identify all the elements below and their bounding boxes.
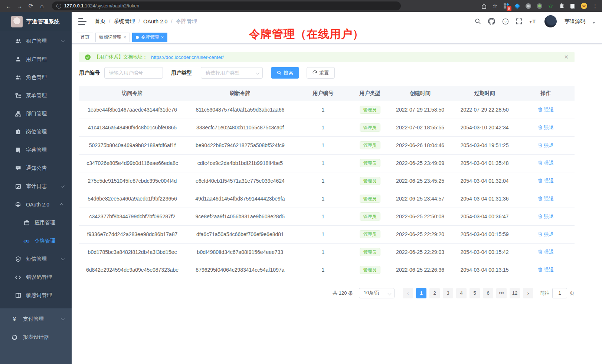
sidebar-item-字典管理[interactable]: 字典管理 [0,141,72,159]
doc-link[interactable]: https://doc.iocoder.cn/user-center/ [151,54,224,60]
user-type-cell: 管理员 [351,136,388,154]
font-size-icon[interactable]: TT [529,19,537,24]
sidebar-item-label: 支付管理 [23,316,44,322]
sidebar-item-通知公告[interactable]: 通知公告 [0,159,72,177]
force-logout-button[interactable]: 强退 [538,124,554,131]
home-icon[interactable]: ⌂ [37,1,47,10]
sidebar-item-错误码管理[interactable]: 错误码管理 [0,268,72,286]
error-code-icon [15,274,21,280]
search-icon[interactable] [475,18,481,24]
extension-grid-icon[interactable]: 9 [503,3,509,9]
page-size-select[interactable] [359,288,395,298]
sms-shield-icon [15,256,21,262]
profile-emoji-icon[interactable] [581,3,587,9]
page-button-5[interactable]: 5 [470,288,480,298]
user-type-select-input[interactable] [201,67,263,79]
github-icon[interactable] [488,18,495,25]
sidebar-item-label: 敏感词管理 [26,292,52,299]
force-logout-button[interactable]: 强退 [538,231,554,238]
camera-extension-icon[interactable] [525,3,531,9]
page-content: 【用户体系】文档地址： https://doc.iocoder.cn/user-… [72,44,602,298]
actions-cell: 强退 [517,225,575,243]
close-icon[interactable]: × [124,35,126,40]
page-button-3[interactable]: 3 [443,288,453,298]
page-size-value[interactable] [359,288,395,298]
reload-icon[interactable]: ⟳ [26,1,36,10]
sidebar-item-租户管理[interactable]: 租户管理 [0,32,72,50]
sidebar-item-label: 部门管理 [26,110,47,117]
tab-home[interactable]: 首页 [77,33,93,42]
force-logout-button[interactable]: 强退 [538,267,554,273]
breadcrumb-system[interactable]: 系统管理 [114,18,135,25]
svg-text:((A)): ((A)) [24,239,30,243]
back-icon[interactable]: ← [4,1,13,10]
force-logout-button[interactable]: 强退 [538,142,554,149]
force-logout-button[interactable]: 强退 [538,213,554,220]
close-icon[interactable]: ✕ [564,54,569,60]
sidebar-item-敏感词管理[interactable]: 敏感词管理 [0,286,72,304]
sidebar-item-OAuth 2.0[interactable]: OAuth 2.0 [0,195,72,214]
refresh-token-cell: b0df4980ffd34c67a08f9156e4eee733 [186,243,295,261]
breadcrumb-oauth[interactable]: OAuth 2.0 [143,19,167,24]
browser-chrome: ← → ⟳ ⌂ i 127.0.0.1:1024/system/oauth2/t… [0,0,602,12]
star-extension-icon[interactable]: ✩ [547,3,554,9]
page-button-4[interactable]: 4 [456,288,467,298]
search-button[interactable]: 搜索 [271,67,299,79]
user-id-label: 用户编号 [79,70,100,76]
sketch-diamond-icon[interactable] [514,3,520,9]
user-type-cell: 管理员 [351,225,388,243]
reset-button[interactable]: 重置 [307,67,335,79]
sidebar-item-报表设计器[interactable]: 报表设计器 [0,328,72,346]
user-name[interactable]: 芋道源码 [565,18,585,25]
close-icon[interactable]: × [161,35,164,40]
help-icon[interactable]: ? [502,18,509,25]
page-button-12[interactable]: 12 [510,288,520,298]
share-icon[interactable] [481,3,487,9]
tab-sensitive-words[interactable]: 敏感词管理 × [95,33,130,42]
user-avatar[interactable] [544,15,557,27]
sidebar-item-支付管理[interactable]: ¥支付管理 [0,310,72,328]
bookmark-star-icon[interactable]: ☆ [492,3,498,9]
sidebar-item-应用管理[interactable]: 应用管理 [0,214,72,232]
logo-bar[interactable]: 芋道管理系统 [0,12,72,31]
force-logout-button[interactable]: 强退 [538,178,554,184]
goto-page-input[interactable] [552,288,567,298]
puzzle-extension-icon[interactable] [559,3,565,9]
sidebar-item-角色管理[interactable]: 角色管理 [0,68,72,86]
forward-icon[interactable]: → [15,1,24,10]
force-logout-button[interactable]: 强退 [538,249,554,255]
recorder-extension-icon[interactable] [536,3,543,9]
more-pages-button[interactable]: ••• [496,288,507,298]
user-type-badge: 管理员 [360,177,380,185]
sidebar-item-审计日志[interactable]: 审计日志 [0,177,72,195]
address-bar[interactable]: i 127.0.0.1:1024/system/oauth2/token [52,1,401,10]
page-button-6[interactable]: 6 [483,288,493,298]
force-logout-button[interactable]: 强退 [538,195,554,202]
sidebar-item-岗位管理[interactable]: 岗位管理 [0,123,72,141]
table-row: 502375b8040a469a9b82188afdf6af1fbe90422b… [79,136,575,154]
sidebar-collapse-icon[interactable] [78,18,86,25]
prev-page-button[interactable]: ‹ [403,288,413,298]
created-cell: 2022-07-29 21:58:50 [388,101,452,119]
site-info-icon[interactable]: i [56,4,61,9]
user-type-badge: 管理员 [360,106,380,114]
chevron-down-icon[interactable] [592,22,595,24]
sidebar-item-菜单管理[interactable]: 菜单管理 [0,86,72,105]
user-type-select[interactable] [201,67,263,79]
token-table: 访问令牌 刷新令牌 用户编号 用户类型 创建时间 过期时间 操作 1ea5e44… [79,86,575,279]
user-id-input[interactable] [104,67,163,79]
fullscreen-icon[interactable] [516,18,522,24]
sidebar-item-部门管理[interactable]: 部门管理 [0,105,72,123]
sidebar-item-令牌管理[interactable]: ((A))令牌管理 [0,232,72,250]
sidebar-item-用户管理[interactable]: 用户管理 [0,50,72,68]
next-page-button[interactable]: › [523,288,533,298]
sidebar-item-短信管理[interactable]: 短信管理 [0,250,72,268]
page-button-2[interactable]: 2 [429,288,440,298]
force-logout-button[interactable]: 强退 [538,106,554,113]
breadcrumb-home[interactable]: 首页 [95,18,105,25]
page-button-1[interactable]: 1 [416,288,426,298]
tab-token[interactable]: 令牌管理 × [132,33,167,42]
split-screen-icon[interactable] [570,3,576,9]
force-logout-button[interactable]: 强退 [538,160,554,166]
kebab-menu-icon[interactable]: ⋮ [592,3,598,9]
